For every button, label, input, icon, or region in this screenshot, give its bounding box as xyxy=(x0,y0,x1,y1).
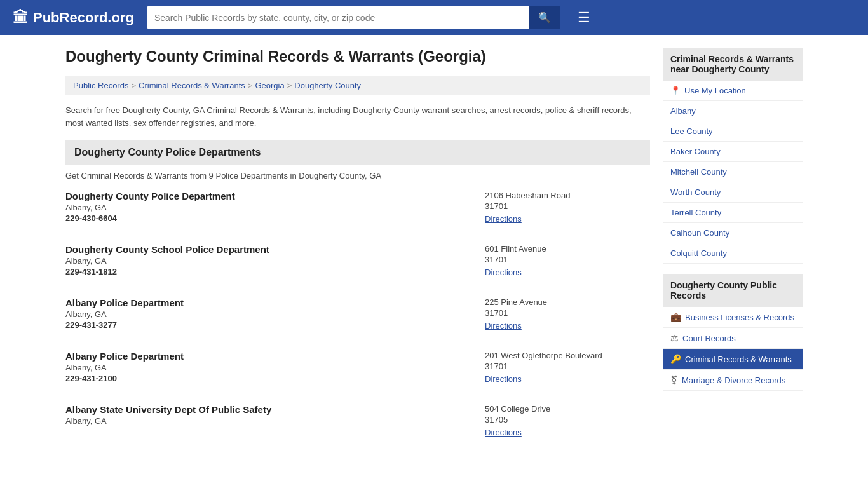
dept-name-0: Dougherty County Police Department xyxy=(65,191,485,201)
directions-link-4[interactable]: Directions xyxy=(485,428,522,437)
dept-info-3: Albany Police Department Albany, GA 229-… xyxy=(65,351,485,384)
breadcrumb-dougherty[interactable]: Dougherty County xyxy=(294,81,361,90)
dept-address-col-2: 225 Pine Avenue 31701 Directions xyxy=(485,297,650,330)
logo-icon: 🏛 xyxy=(13,9,28,27)
rings-icon: ⚧ xyxy=(670,375,678,385)
sidebar-item-calhoun[interactable]: Calhoun County xyxy=(663,223,803,243)
logo-text: PubRecord.org xyxy=(33,10,134,26)
dept-entry-3: Albany Police Department Albany, GA 229-… xyxy=(65,351,650,390)
sidebar-item-albany[interactable]: Albany xyxy=(663,101,803,121)
dept-address-col-3: 201 West Oglethorpe Boulevard 31701 Dire… xyxy=(485,351,650,384)
sidebar-court-records[interactable]: ⚖ Court Records xyxy=(663,328,803,349)
dept-phone-2: 229-431-3277 xyxy=(65,320,485,330)
dept-address-col-4: 504 College Drive 31705 Directions xyxy=(485,404,650,437)
site-header: 🏛 PubRecord.org 🔍 ☰ xyxy=(0,0,868,35)
search-input[interactable] xyxy=(147,6,529,29)
breadcrumb-sep-1: > xyxy=(131,81,136,90)
sidebar-item-lee[interactable]: Lee County xyxy=(663,121,803,142)
main-container: Dougherty County Criminal Records & Warr… xyxy=(53,35,815,470)
dept-zip-0: 31701 xyxy=(485,201,650,211)
dept-entry-4: Albany State University Dept Of Public S… xyxy=(65,404,650,444)
menu-icon[interactable]: ☰ xyxy=(578,10,590,26)
sidebar: Criminal Records & Warrants near Dougher… xyxy=(663,48,803,458)
dept-entry-2: Albany Police Department Albany, GA 229-… xyxy=(65,297,650,337)
dept-address-4: 504 College Drive xyxy=(485,404,650,414)
content-area: Dougherty County Criminal Records & Warr… xyxy=(65,48,650,458)
breadcrumb-criminal-records[interactable]: Criminal Records & Warrants xyxy=(139,81,245,90)
dept-name-3: Albany Police Department xyxy=(65,351,485,362)
dept-zip-3: 31701 xyxy=(485,362,650,371)
search-icon: 🔍 xyxy=(538,12,551,23)
sidebar-item-baker[interactable]: Baker County xyxy=(663,142,803,162)
dept-entry-1: Dougherty County School Police Departmen… xyxy=(65,244,650,283)
dept-name-1: Dougherty County School Police Departmen… xyxy=(65,244,485,255)
dept-zip-1: 31701 xyxy=(485,255,650,264)
sidebar-item-mitchell[interactable]: Mitchell County xyxy=(663,162,803,182)
dept-city-0: Albany, GA xyxy=(65,203,485,212)
dept-address-1: 601 Flint Avenue xyxy=(485,244,650,254)
section-subtext: Get Criminal Records & Warrants from 9 P… xyxy=(65,171,650,180)
dept-address-col-1: 601 Flint Avenue 31701 Directions xyxy=(485,244,650,277)
scales-icon: ⚖ xyxy=(670,333,679,343)
dept-zip-4: 31705 xyxy=(485,415,650,424)
dept-address-col-0: 2106 Habersham Road 31701 Directions xyxy=(485,191,650,224)
department-list: Dougherty County Police Department Alban… xyxy=(65,191,650,444)
search-bar: 🔍 xyxy=(147,6,560,29)
dept-entry-0: Dougherty County Police Department Alban… xyxy=(65,191,650,230)
dept-zip-2: 31701 xyxy=(485,308,650,318)
sidebar-use-location[interactable]: 📍 Use My Location xyxy=(663,81,803,101)
breadcrumb-sep-3: > xyxy=(287,81,292,90)
dept-city-3: Albany, GA xyxy=(65,363,485,372)
sidebar-criminal-records[interactable]: 🔑 Criminal Records & Warrants xyxy=(663,349,803,370)
dept-phone-1: 229-431-1812 xyxy=(65,267,485,276)
dept-city-4: Albany, GA xyxy=(65,416,485,426)
dept-info-0: Dougherty County Police Department Alban… xyxy=(65,191,485,224)
dept-info-2: Albany Police Department Albany, GA 229-… xyxy=(65,297,485,330)
page-description: Search for free Dougherty County, GA Cri… xyxy=(65,104,650,129)
page-title: Dougherty County Criminal Records & Warr… xyxy=(65,48,650,65)
dept-name-2: Albany Police Department xyxy=(65,297,485,308)
sidebar-nearby-list: 📍 Use My Location Albany Lee County Bake… xyxy=(663,81,803,264)
dept-city-1: Albany, GA xyxy=(65,256,485,266)
dept-info-4: Albany State University Dept Of Public S… xyxy=(65,404,485,437)
dept-phone-3: 229-431-2100 xyxy=(65,374,485,383)
dept-address-3: 201 West Oglethorpe Boulevard xyxy=(485,351,650,360)
dept-address-2: 225 Pine Avenue xyxy=(485,297,650,307)
key-icon: 🔑 xyxy=(670,354,681,364)
sidebar-item-terrell[interactable]: Terrell County xyxy=(663,203,803,223)
sidebar-item-worth[interactable]: Worth County xyxy=(663,182,803,203)
breadcrumb-sep-2: > xyxy=(248,81,253,90)
dept-name-4: Albany State University Dept Of Public S… xyxy=(65,404,485,415)
sidebar-public-records-title: Dougherty County Public Records xyxy=(663,274,803,307)
briefcase-icon: 💼 xyxy=(670,312,681,322)
breadcrumb-georgia[interactable]: Georgia xyxy=(255,81,284,90)
search-button[interactable]: 🔍 xyxy=(529,6,560,29)
sidebar-marriage-divorce[interactable]: ⚧ Marriage & Divorce Records xyxy=(663,370,803,391)
section-heading: Dougherty County Police Departments xyxy=(65,140,650,165)
dept-info-1: Dougherty County School Police Departmen… xyxy=(65,244,485,277)
sidebar-public-list: 💼 Business Licenses & Records ⚖ Court Re… xyxy=(663,307,803,391)
dept-phone-0: 229-430-6604 xyxy=(65,214,485,223)
sidebar-business-licenses[interactable]: 💼 Business Licenses & Records xyxy=(663,307,803,328)
directions-link-0[interactable]: Directions xyxy=(485,214,522,224)
directions-link-2[interactable]: Directions xyxy=(485,321,522,330)
dept-city-2: Albany, GA xyxy=(65,309,485,319)
use-location-label: Use My Location xyxy=(684,86,746,95)
directions-link-3[interactable]: Directions xyxy=(485,374,522,384)
sidebar-item-colquitt[interactable]: Colquitt County xyxy=(663,243,803,264)
location-pin-icon: 📍 xyxy=(670,86,681,95)
breadcrumb: Public Records > Criminal Records & Warr… xyxy=(65,76,650,95)
directions-link-1[interactable]: Directions xyxy=(485,268,522,277)
site-logo[interactable]: 🏛 PubRecord.org xyxy=(13,9,134,27)
breadcrumb-public-records[interactable]: Public Records xyxy=(73,81,128,90)
sidebar-nearby-title: Criminal Records & Warrants near Dougher… xyxy=(663,48,803,81)
dept-address-0: 2106 Habersham Road xyxy=(485,191,650,200)
